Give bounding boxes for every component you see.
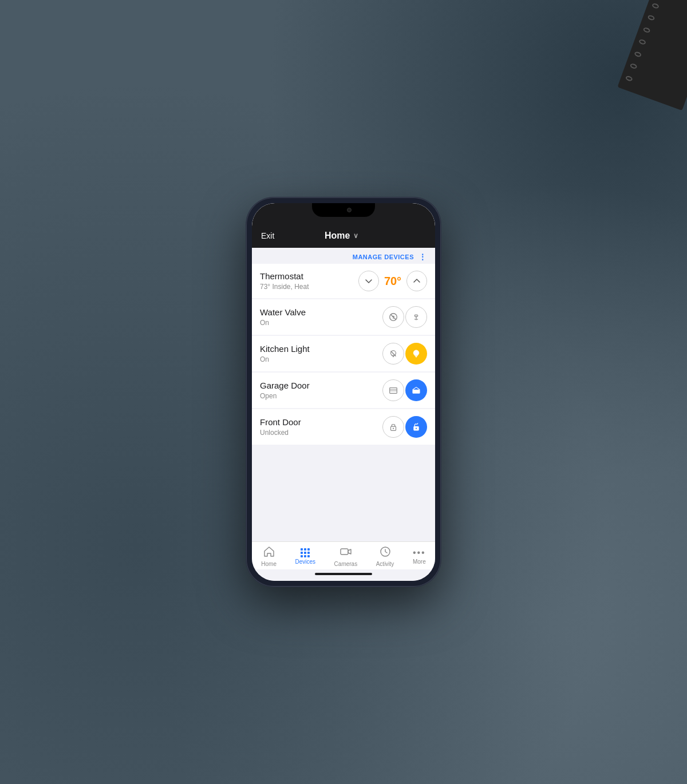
notebook-decoration: [617, 0, 687, 110]
front-door-info: Front Door Unlocked: [260, 417, 301, 437]
temp-down-button[interactable]: [358, 271, 379, 291]
front-door-name: Front Door: [260, 417, 301, 427]
phone-screen: Exit Home ∨ MANAGE DEVICES ⋮ Thermostat: [252, 203, 435, 581]
devices-nav-icon: [301, 548, 310, 557]
app-header: Exit Home ∨: [252, 226, 435, 248]
kitchen-light-off-button[interactable]: [382, 343, 404, 365]
kitchen-light-status: On: [260, 355, 310, 363]
temp-value: 70°: [382, 275, 403, 288]
front-door-card: Front Door Unlocked: [252, 409, 435, 445]
activity-nav-label: Activity: [376, 561, 394, 567]
manage-devices-label[interactable]: MANAGE DEVICES: [353, 254, 414, 260]
home-nav-label: Home: [261, 561, 277, 567]
nav-item-home[interactable]: Home: [261, 545, 277, 567]
garage-door-open-button[interactable]: [405, 379, 427, 401]
phone-shell: Exit Home ∨ MANAGE DEVICES ⋮ Thermostat: [246, 197, 441, 587]
front-door-unlock-button[interactable]: [405, 416, 427, 438]
content-area: MANAGE DEVICES ⋮ Thermostat 73° Inside, …: [252, 248, 435, 541]
water-valve-on-button[interactable]: [405, 306, 427, 328]
exit-button[interactable]: Exit: [261, 231, 274, 240]
garage-door-status: Open: [260, 392, 310, 400]
water-valve-controls: [382, 306, 427, 328]
nav-item-cameras[interactable]: Cameras: [334, 545, 358, 567]
nav-item-devices[interactable]: Devices: [295, 548, 315, 565]
header-chevron-icon[interactable]: ∨: [353, 232, 358, 240]
thermostat-controls: 70°: [358, 271, 427, 291]
manage-bar: MANAGE DEVICES ⋮: [252, 248, 435, 264]
cameras-nav-label: Cameras: [334, 561, 358, 567]
more-options-icon[interactable]: ⋮: [418, 252, 427, 262]
header-home-label: Home: [325, 231, 350, 241]
front-door-controls: [382, 416, 427, 438]
kitchen-light-controls: [382, 343, 427, 365]
kitchen-light-on-button[interactable]: [405, 343, 427, 365]
notch: [312, 203, 375, 217]
svg-point-15: [393, 428, 394, 429]
garage-door-card: Garage Door Open: [252, 373, 435, 408]
water-valve-card: Water Valve On: [252, 299, 435, 335]
garage-door-close-button[interactable]: [382, 379, 404, 401]
garage-door-info: Garage Door Open: [260, 381, 310, 400]
more-nav-icon: •••: [413, 548, 426, 557]
home-bar: [252, 569, 435, 581]
more-nav-label: More: [413, 559, 426, 565]
garage-door-controls: [382, 379, 427, 401]
camera-dot: [347, 208, 352, 212]
home-indicator: [315, 573, 372, 575]
home-nav-icon: [263, 545, 275, 560]
thermostat-info: Thermostat 73° Inside, Heat: [260, 271, 309, 291]
thermostat-status: 73° Inside, Heat: [260, 283, 309, 291]
activity-nav-icon: [379, 545, 392, 560]
svg-rect-18: [341, 549, 348, 555]
thermostat-name: Thermostat: [260, 271, 309, 282]
nav-item-more[interactable]: ••• More: [413, 548, 426, 565]
device-list: Thermostat 73° Inside, Heat 70°: [252, 264, 435, 445]
kitchen-light-card: Kitchen Light On: [252, 336, 435, 371]
water-valve-info: Water Valve On: [260, 307, 306, 327]
thermostat-card: Thermostat 73° Inside, Heat 70°: [252, 264, 435, 298]
svg-point-17: [416, 428, 417, 429]
kitchen-light-name: Kitchen Light: [260, 344, 310, 354]
front-door-status: Unlocked: [260, 429, 301, 437]
status-bar: [252, 203, 435, 226]
cameras-nav-icon: [339, 545, 352, 560]
header-title-group: Home ∨: [325, 231, 358, 241]
svg-rect-13: [413, 390, 420, 393]
content-spacer: [252, 445, 435, 541]
nav-item-activity[interactable]: Activity: [376, 545, 394, 567]
bottom-nav: Home Devices: [252, 541, 435, 569]
water-valve-off-button[interactable]: [382, 306, 404, 328]
water-valve-status: On: [260, 319, 306, 327]
garage-door-name: Garage Door: [260, 381, 310, 391]
water-valve-name: Water Valve: [260, 307, 306, 318]
devices-nav-label: Devices: [295, 559, 315, 565]
temp-up-button[interactable]: [406, 271, 427, 291]
front-door-lock-button[interactable]: [382, 416, 404, 438]
kitchen-light-info: Kitchen Light On: [260, 344, 310, 363]
